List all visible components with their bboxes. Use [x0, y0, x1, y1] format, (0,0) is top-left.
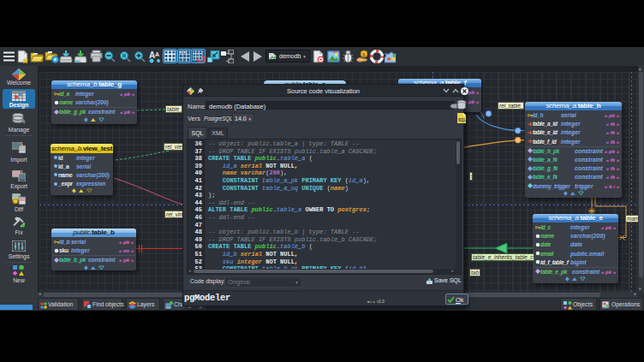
- svg-text:1: 1: [21, 170, 23, 175]
- svg-text:SQL: SQL: [458, 118, 466, 122]
- svg-text:1: 1: [21, 142, 23, 146]
- svg-text:A: A: [155, 51, 159, 57]
